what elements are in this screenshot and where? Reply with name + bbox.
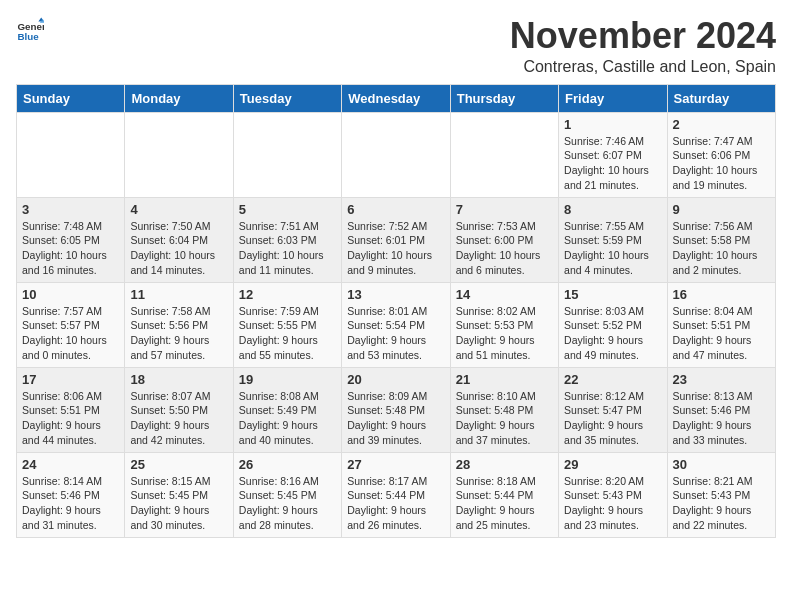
calendar-cell: 15Sunrise: 8:03 AM Sunset: 5:52 PM Dayli… [559, 282, 667, 367]
day-info: Sunrise: 7:56 AM Sunset: 5:58 PM Dayligh… [673, 219, 770, 278]
calendar-cell: 29Sunrise: 8:20 AM Sunset: 5:43 PM Dayli… [559, 452, 667, 537]
day-info: Sunrise: 8:04 AM Sunset: 5:51 PM Dayligh… [673, 304, 770, 363]
calendar-cell: 7Sunrise: 7:53 AM Sunset: 6:00 PM Daylig… [450, 197, 558, 282]
calendar-week-1: 1Sunrise: 7:46 AM Sunset: 6:07 PM Daylig… [17, 112, 776, 197]
day-number: 11 [130, 287, 227, 302]
day-number: 21 [456, 372, 553, 387]
day-number: 9 [673, 202, 770, 217]
day-number: 24 [22, 457, 119, 472]
logo-icon: General Blue [16, 16, 44, 44]
day-info: Sunrise: 7:58 AM Sunset: 5:56 PM Dayligh… [130, 304, 227, 363]
calendar-week-2: 3Sunrise: 7:48 AM Sunset: 6:05 PM Daylig… [17, 197, 776, 282]
day-number: 4 [130, 202, 227, 217]
calendar-cell: 21Sunrise: 8:10 AM Sunset: 5:48 PM Dayli… [450, 367, 558, 452]
calendar-cell: 5Sunrise: 7:51 AM Sunset: 6:03 PM Daylig… [233, 197, 341, 282]
day-info: Sunrise: 7:46 AM Sunset: 6:07 PM Dayligh… [564, 134, 661, 193]
day-number: 17 [22, 372, 119, 387]
weekday-header-thursday: Thursday [450, 84, 558, 112]
day-number: 23 [673, 372, 770, 387]
calendar-cell: 9Sunrise: 7:56 AM Sunset: 5:58 PM Daylig… [667, 197, 775, 282]
day-info: Sunrise: 7:48 AM Sunset: 6:05 PM Dayligh… [22, 219, 119, 278]
calendar-cell: 18Sunrise: 8:07 AM Sunset: 5:50 PM Dayli… [125, 367, 233, 452]
location-title: Contreras, Castille and Leon, Spain [510, 58, 776, 76]
day-info: Sunrise: 7:55 AM Sunset: 5:59 PM Dayligh… [564, 219, 661, 278]
calendar-cell: 2Sunrise: 7:47 AM Sunset: 6:06 PM Daylig… [667, 112, 775, 197]
calendar-cell: 4Sunrise: 7:50 AM Sunset: 6:04 PM Daylig… [125, 197, 233, 282]
day-info: Sunrise: 8:20 AM Sunset: 5:43 PM Dayligh… [564, 474, 661, 533]
day-info: Sunrise: 8:12 AM Sunset: 5:47 PM Dayligh… [564, 389, 661, 448]
calendar-cell [233, 112, 341, 197]
calendar-cell: 8Sunrise: 7:55 AM Sunset: 5:59 PM Daylig… [559, 197, 667, 282]
day-number: 16 [673, 287, 770, 302]
calendar-cell: 30Sunrise: 8:21 AM Sunset: 5:43 PM Dayli… [667, 452, 775, 537]
day-number: 28 [456, 457, 553, 472]
calendar-week-5: 24Sunrise: 8:14 AM Sunset: 5:46 PM Dayli… [17, 452, 776, 537]
day-info: Sunrise: 8:13 AM Sunset: 5:46 PM Dayligh… [673, 389, 770, 448]
calendar-cell [17, 112, 125, 197]
day-info: Sunrise: 7:51 AM Sunset: 6:03 PM Dayligh… [239, 219, 336, 278]
day-number: 26 [239, 457, 336, 472]
calendar-cell: 10Sunrise: 7:57 AM Sunset: 5:57 PM Dayli… [17, 282, 125, 367]
calendar-cell: 17Sunrise: 8:06 AM Sunset: 5:51 PM Dayli… [17, 367, 125, 452]
day-number: 2 [673, 117, 770, 132]
day-info: Sunrise: 8:18 AM Sunset: 5:44 PM Dayligh… [456, 474, 553, 533]
calendar-header: SundayMondayTuesdayWednesdayThursdayFrid… [17, 84, 776, 112]
calendar-cell: 25Sunrise: 8:15 AM Sunset: 5:45 PM Dayli… [125, 452, 233, 537]
day-number: 5 [239, 202, 336, 217]
day-info: Sunrise: 7:53 AM Sunset: 6:00 PM Dayligh… [456, 219, 553, 278]
day-number: 3 [22, 202, 119, 217]
title-section: November 2024 Contreras, Castille and Le… [510, 16, 776, 76]
calendar-cell: 27Sunrise: 8:17 AM Sunset: 5:44 PM Dayli… [342, 452, 450, 537]
day-info: Sunrise: 7:50 AM Sunset: 6:04 PM Dayligh… [130, 219, 227, 278]
day-number: 25 [130, 457, 227, 472]
day-info: Sunrise: 8:07 AM Sunset: 5:50 PM Dayligh… [130, 389, 227, 448]
day-info: Sunrise: 8:10 AM Sunset: 5:48 PM Dayligh… [456, 389, 553, 448]
day-info: Sunrise: 8:17 AM Sunset: 5:44 PM Dayligh… [347, 474, 444, 533]
day-number: 10 [22, 287, 119, 302]
day-number: 18 [130, 372, 227, 387]
day-number: 12 [239, 287, 336, 302]
calendar-cell: 19Sunrise: 8:08 AM Sunset: 5:49 PM Dayli… [233, 367, 341, 452]
day-number: 15 [564, 287, 661, 302]
day-number: 20 [347, 372, 444, 387]
day-number: 1 [564, 117, 661, 132]
day-info: Sunrise: 7:52 AM Sunset: 6:01 PM Dayligh… [347, 219, 444, 278]
day-info: Sunrise: 7:59 AM Sunset: 5:55 PM Dayligh… [239, 304, 336, 363]
day-number: 6 [347, 202, 444, 217]
weekday-header-saturday: Saturday [667, 84, 775, 112]
day-info: Sunrise: 8:01 AM Sunset: 5:54 PM Dayligh… [347, 304, 444, 363]
day-number: 22 [564, 372, 661, 387]
day-number: 8 [564, 202, 661, 217]
day-info: Sunrise: 8:08 AM Sunset: 5:49 PM Dayligh… [239, 389, 336, 448]
calendar-cell: 13Sunrise: 8:01 AM Sunset: 5:54 PM Dayli… [342, 282, 450, 367]
weekday-header-row: SundayMondayTuesdayWednesdayThursdayFrid… [17, 84, 776, 112]
calendar-table: SundayMondayTuesdayWednesdayThursdayFrid… [16, 84, 776, 538]
calendar-cell: 20Sunrise: 8:09 AM Sunset: 5:48 PM Dayli… [342, 367, 450, 452]
day-info: Sunrise: 7:47 AM Sunset: 6:06 PM Dayligh… [673, 134, 770, 193]
day-info: Sunrise: 7:57 AM Sunset: 5:57 PM Dayligh… [22, 304, 119, 363]
day-info: Sunrise: 8:14 AM Sunset: 5:46 PM Dayligh… [22, 474, 119, 533]
weekday-header-tuesday: Tuesday [233, 84, 341, 112]
weekday-header-wednesday: Wednesday [342, 84, 450, 112]
calendar-cell [450, 112, 558, 197]
header: General Blue November 2024 Contreras, Ca… [16, 16, 776, 76]
calendar-cell: 28Sunrise: 8:18 AM Sunset: 5:44 PM Dayli… [450, 452, 558, 537]
day-number: 13 [347, 287, 444, 302]
calendar-cell: 11Sunrise: 7:58 AM Sunset: 5:56 PM Dayli… [125, 282, 233, 367]
logo: General Blue [16, 16, 44, 44]
day-number: 27 [347, 457, 444, 472]
calendar-cell: 6Sunrise: 7:52 AM Sunset: 6:01 PM Daylig… [342, 197, 450, 282]
day-number: 29 [564, 457, 661, 472]
calendar-cell: 23Sunrise: 8:13 AM Sunset: 5:46 PM Dayli… [667, 367, 775, 452]
calendar-cell: 12Sunrise: 7:59 AM Sunset: 5:55 PM Dayli… [233, 282, 341, 367]
calendar-cell [125, 112, 233, 197]
day-number: 7 [456, 202, 553, 217]
calendar-cell: 22Sunrise: 8:12 AM Sunset: 5:47 PM Dayli… [559, 367, 667, 452]
weekday-header-monday: Monday [125, 84, 233, 112]
weekday-header-sunday: Sunday [17, 84, 125, 112]
calendar-body: 1Sunrise: 7:46 AM Sunset: 6:07 PM Daylig… [17, 112, 776, 537]
svg-text:Blue: Blue [17, 31, 39, 42]
calendar-cell: 1Sunrise: 7:46 AM Sunset: 6:07 PM Daylig… [559, 112, 667, 197]
day-info: Sunrise: 8:21 AM Sunset: 5:43 PM Dayligh… [673, 474, 770, 533]
day-info: Sunrise: 8:02 AM Sunset: 5:53 PM Dayligh… [456, 304, 553, 363]
